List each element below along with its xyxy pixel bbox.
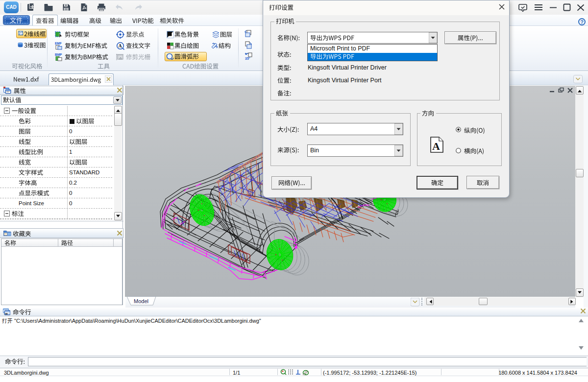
svg-text:Bin: Bin	[310, 147, 319, 154]
svg-text:Kingsoft Virtual Printer Port: Kingsoft Virtual Printer Port	[308, 77, 382, 84]
svg-text:Microsoft Print to PDF: Microsoft Print to PDF	[310, 45, 370, 52]
svg-text:A4: A4	[310, 125, 318, 132]
svg-text:Kingsoft Virtual Printer Drive: Kingsoft Virtual Printer Driver	[308, 64, 387, 71]
svg-text:A: A	[432, 140, 440, 152]
svg-text:1: 1	[69, 149, 72, 155]
svg-text:1/1: 1/1	[233, 370, 240, 376]
svg-text:A: A	[119, 43, 122, 48]
svg-text:35°: 35°	[245, 57, 250, 60]
svg-text:3DLamborgini.dwg: 3DLamborgini.dwg	[4, 370, 49, 376]
svg-text:180.6008 x 141.5804 x 173.8424: 180.6008 x 141.5804 x 173.8424	[498, 370, 577, 376]
svg-text:0: 0	[69, 190, 72, 196]
svg-text:STANDARD: STANDARD	[69, 169, 99, 175]
svg-text:打开 "C:\Users\Administrator\App: 打开 "C:\Users\Administrator\AppData\Roami…	[1, 318, 261, 324]
svg-text:0: 0	[69, 200, 72, 206]
svg-text:(-1.995172; -53.12993; -1.2212: (-1.995172; -53.12993; -1.221245E-15)	[323, 370, 416, 376]
svg-text:EMF: EMF	[55, 42, 62, 45]
svg-text:0.2: 0.2	[69, 180, 77, 186]
svg-text:Model: Model	[134, 298, 148, 304]
svg-text:BMP: BMP	[55, 53, 62, 56]
svg-text:Point Size: Point Size	[19, 200, 44, 206]
svg-text:0: 0	[69, 128, 72, 134]
